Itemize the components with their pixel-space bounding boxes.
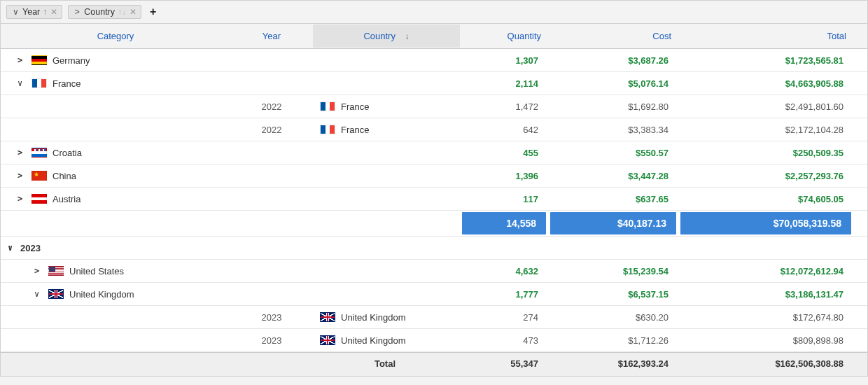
group-row[interactable]: France 2,114 $5,076.14 $4,663,905.88 [1, 72, 867, 95]
close-icon[interactable]: ✕ [50, 7, 57, 17]
country-name: United Kingdom [341, 335, 406, 346]
subtotal-cost: $40,187.13 [550, 212, 676, 234]
group-name: United States [69, 266, 124, 276]
chevron-right-icon[interactable] [18, 171, 26, 181]
group-row[interactable]: Austria 117 $637.65 $74,605.05 [1, 188, 867, 211]
header-country[interactable]: Country ↓ [313, 24, 460, 48]
flag-fr-icon [320, 125, 335, 134]
year-value: 2022 [230, 120, 313, 140]
cost-value: $3,447.28 [548, 166, 678, 186]
year-value: 2022 [230, 97, 313, 117]
subtotal-row: 14,558 $40,187.13 $70,058,319.58 [1, 211, 867, 237]
cost-value: $630.20 [548, 307, 678, 328]
chevron-right-icon[interactable] [18, 55, 26, 65]
group-chip-country[interactable]: > Country ↑↓ ✕ [68, 5, 141, 19]
chevron-down-icon[interactable] [8, 243, 16, 253]
year-value: 2023 [230, 307, 313, 328]
subtotal-quantity: 14,558 [462, 212, 546, 234]
grand-total-row: Total 55,347 $162,393.24 $162,506,308.88 [1, 352, 867, 376]
header-quantity[interactable]: Quantity [460, 24, 548, 48]
total-value: $4,663,905.88 [678, 74, 853, 94]
sort-icon[interactable]: ↑↓ [118, 7, 126, 17]
category-cell: United States [1, 261, 230, 281]
total-value: $1,723,565.81 [678, 50, 853, 71]
data-row[interactable]: 2022 France 642 $3,383.34 $2,172,104.28 [1, 118, 867, 141]
cost-value: $3,687.26 [548, 50, 678, 71]
group-chip-year[interactable]: ∨ Year ↑ ✕ [6, 5, 62, 19]
total-value: $809,898.98 [678, 330, 853, 351]
cost-value: $5,076.14 [548, 74, 678, 94]
grid-container: ∨ Year ↑ ✕ > Country ↑↓ ✕ + Category Yea… [0, 0, 868, 377]
year-value: 2023 [230, 330, 313, 351]
flag-fr-icon [320, 102, 335, 111]
cost-value: $550.57 [548, 143, 678, 163]
category-cell: Croatia [1, 143, 230, 163]
grand-total-quantity: 55,347 [460, 353, 548, 376]
sort-asc-icon[interactable]: ↑ [43, 7, 47, 17]
group-name: China [52, 171, 76, 181]
group-row[interactable]: United Kingdom 1,777 $6,537.15 $3,186,13… [1, 283, 867, 306]
flag-cn-icon [31, 171, 47, 181]
cost-value: $1,692.80 [548, 97, 678, 117]
total-value: $12,072,612.94 [678, 261, 853, 281]
chevron-down-icon: ∨ [11, 7, 20, 17]
flag-de-icon [31, 55, 47, 65]
category-cell: Germany [1, 50, 230, 71]
cost-value: $6,537.15 [548, 284, 678, 304]
header-country-label: Country [363, 31, 396, 41]
chip-label: Year [22, 7, 40, 17]
quantity-value: 117 [460, 189, 548, 209]
chevron-down-icon[interactable] [34, 289, 43, 299]
year-group-row[interactable]: 2023 [1, 237, 867, 260]
grand-total-cost: $162,393.24 [548, 353, 678, 376]
country-cell: United Kingdom [313, 307, 460, 328]
total-value: $3,186,131.47 [678, 284, 853, 304]
header-category[interactable]: Category [1, 24, 230, 48]
country-name: France [341, 102, 369, 112]
header-row: Category Year Country ↓ Quantity Cost To… [1, 24, 867, 49]
chevron-down-icon[interactable] [18, 78, 26, 88]
flag-us-icon [48, 266, 64, 276]
quantity-value: 473 [460, 330, 548, 351]
category-cell: United Kingdom [1, 284, 230, 304]
data-grid: Category Year Country ↓ Quantity Cost To… [1, 23, 867, 376]
chevron-right-icon[interactable] [18, 148, 26, 158]
grand-total-label: Total [313, 353, 460, 376]
add-group-icon[interactable]: + [147, 6, 159, 18]
country-cell: France [313, 97, 460, 117]
close-icon[interactable]: ✕ [130, 7, 136, 17]
category-cell: France [1, 74, 230, 94]
total-value: $2,257,293.76 [678, 166, 853, 186]
total-value: $2,172,104.28 [678, 120, 853, 140]
country-cell: United Kingdom [313, 330, 460, 351]
total-value: $2,491,801.60 [678, 97, 853, 117]
group-row[interactable]: Croatia 455 $550.57 $250,509.35 [1, 141, 867, 164]
chevron-right-icon[interactable] [18, 194, 26, 204]
group-row[interactable]: Germany 1,307 $3,687.26 $1,723,565.81 [1, 49, 867, 72]
flag-at-icon [31, 194, 47, 204]
group-name: France [52, 78, 80, 89]
header-year[interactable]: Year [230, 24, 313, 48]
category-cell: China [1, 166, 230, 186]
group-name: United Kingdom [69, 289, 134, 300]
cost-value: $1,712.26 [548, 330, 678, 351]
group-row[interactable]: United States 4,632 $15,239.54 $12,072,6… [1, 260, 867, 283]
subtotal-total: $70,058,319.58 [680, 212, 851, 234]
grid-body: Germany 1,307 $3,687.26 $1,723,565.81 Fr… [1, 49, 867, 352]
year-label: 2023 [20, 243, 41, 253]
data-row[interactable]: 2023 United Kingdom 274 $630.20 $172,674… [1, 306, 867, 329]
quantity-value: 1,307 [460, 50, 548, 71]
data-row[interactable]: 2022 France 1,472 $1,692.80 $2,491,801.6… [1, 95, 867, 118]
header-total[interactable]: Total [678, 24, 853, 48]
quantity-value: 1,472 [460, 97, 548, 117]
flag-uk-icon [320, 312, 335, 322]
year-group-cell: 2023 [1, 238, 230, 258]
category-cell: Austria [1, 189, 230, 209]
group-row[interactable]: China 1,396 $3,447.28 $2,257,293.76 [1, 164, 867, 188]
quantity-value: 455 [460, 143, 548, 163]
grouping-chips-row: ∨ Year ↑ ✕ > Country ↑↓ ✕ + [1, 1, 867, 23]
data-row[interactable]: 2023 United Kingdom 473 $1,712.26 $809,8… [1, 329, 867, 352]
chevron-right-icon[interactable] [34, 266, 43, 276]
header-cost[interactable]: Cost [548, 24, 678, 48]
quantity-value: 4,632 [460, 261, 548, 281]
